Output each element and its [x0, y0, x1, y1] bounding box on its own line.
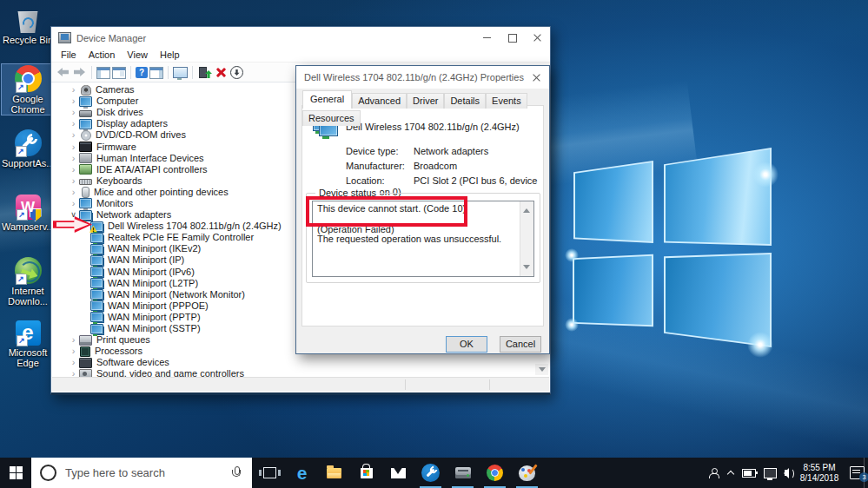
maximize-button[interactable] [500, 27, 525, 49]
computer-icon [79, 96, 92, 107]
tab-details[interactable]: Details [444, 93, 486, 109]
menu-view[interactable]: View [121, 49, 154, 62]
toolbar-divider [192, 66, 193, 79]
cancel-button[interactable]: Cancel [500, 336, 541, 353]
desktop-icon-idm[interactable]: Internet Downlo... [2, 256, 54, 307]
chevron-collapsed-icon[interactable]: › [68, 176, 79, 186]
chevron-collapsed-icon[interactable]: › [68, 199, 79, 208]
help-icon[interactable] [136, 67, 148, 78]
chevron-collapsed-icon[interactable]: › [68, 96, 79, 106]
volume-icon[interactable] [785, 470, 789, 476]
properties-icon[interactable] [112, 67, 126, 79]
processor-icon [80, 346, 90, 357]
show-desktop-button[interactable] [864, 458, 868, 488]
microphone-icon[interactable] [232, 466, 240, 479]
chevron-collapsed-icon[interactable]: › [68, 188, 79, 197]
windows-logo-pane [573, 161, 653, 243]
tree-item-label: Realtek PCIe FE Family Controller [108, 232, 254, 243]
taskbar: 8:55 PM 8/14/2018 3 [0, 458, 868, 488]
field-label: Device type: [346, 146, 414, 157]
minimize-button[interactable] [474, 27, 500, 49]
toolbar-divider [130, 66, 131, 79]
chevron-collapsed-icon[interactable]: › [68, 358, 79, 367]
desktop-icon-recycle-bin[interactable]: Recycle Bin [2, 5, 54, 45]
close-button[interactable] [525, 27, 550, 49]
chevron-collapsed-icon[interactable]: › [68, 154, 79, 163]
show-tree-icon[interactable] [96, 67, 110, 79]
taskbar-icon-task-view[interactable] [254, 458, 286, 488]
network-tray-icon[interactable] [764, 468, 777, 478]
chevron-collapsed-icon[interactable]: › [68, 369, 79, 377]
chevron-collapsed-icon[interactable]: › [68, 346, 79, 356]
idm-icon [15, 257, 42, 284]
taskbar-icon-paint[interactable] [511, 458, 543, 488]
ide-icon [79, 164, 92, 175]
scroll-down-button[interactable] [535, 364, 548, 375]
network-icon [90, 278, 103, 288]
camera-icon [81, 85, 91, 96]
device-manager-titlebar[interactable]: Device Manager [51, 27, 550, 49]
back-icon[interactable] [56, 65, 70, 79]
network-icon [90, 300, 103, 311]
dialog-titlebar[interactable]: Dell Wireless 1704 802.11b/g/n (2.4GHz) … [296, 66, 549, 89]
desktop-icon-supportassist[interactable]: SupportAs... [2, 129, 54, 168]
scan-icon[interactable] [173, 67, 188, 78]
taskbar-icon-file-explorer[interactable] [318, 458, 350, 488]
tab-events[interactable]: Events [486, 93, 527, 109]
chevron-collapsed-icon[interactable]: › [68, 108, 79, 117]
show-hidden-icons-chevron[interactable] [727, 470, 734, 477]
desktop-icon-google-chrome[interactable]: Google Chrome [2, 64, 54, 115]
tab-driver[interactable]: Driver [407, 93, 444, 109]
tab-general[interactable]: General [302, 90, 352, 109]
taskbar-search[interactable] [31, 458, 252, 488]
people-icon[interactable] [709, 468, 719, 478]
search-input[interactable] [63, 465, 232, 480]
menu-help[interactable]: Help [154, 49, 186, 62]
uninstall-device-icon[interactable] [214, 65, 229, 79]
menu-file[interactable]: File [55, 49, 83, 62]
taskbar-icon-supportassist[interactable] [414, 458, 447, 488]
field-value: Broadcom [414, 161, 457, 171]
tree-item-label: Cameras [96, 84, 135, 96]
taskbar-icon-mail[interactable] [382, 458, 414, 488]
tab-resources[interactable]: Resources [302, 110, 361, 126]
desktop-icon-label: Microsoft Edge [2, 347, 54, 368]
taskbar-icon-store[interactable] [350, 458, 382, 488]
forward-icon[interactable] [72, 65, 87, 79]
network-icon [90, 267, 103, 277]
desktop-icon-label: SupportAs... [2, 158, 54, 168]
dialog-close-button[interactable] [524, 66, 549, 89]
menu-action[interactable]: Action [83, 49, 122, 62]
chevron-collapsed-icon[interactable]: › [68, 130, 79, 140]
network-icon [90, 221, 103, 232]
ok-button[interactable]: OK [446, 336, 487, 353]
taskbar-icon-edge[interactable] [286, 458, 318, 488]
chevron-collapsed-icon[interactable]: › [68, 335, 79, 345]
tree-item-label: WAN Miniport (IPv6) [108, 267, 195, 278]
taskbar-icons [254, 458, 543, 488]
status-line: The requested operation was unsuccessful… [317, 234, 518, 244]
chevron-collapsed-icon[interactable]: › [68, 142, 79, 152]
action-pane-icon[interactable] [149, 67, 163, 79]
tree-item[interactable]: ›Sound, video and game controllers [52, 368, 549, 377]
action-center-icon[interactable]: 3 [850, 466, 865, 479]
device-field-row: Device type:Network adapters [346, 146, 538, 161]
update-driver-icon[interactable] [197, 65, 212, 79]
start-button[interactable] [0, 458, 31, 488]
windows-logo-pane [573, 254, 653, 328]
taskbar-icon-chrome[interactable] [479, 458, 511, 488]
field-label: Manufacturer: [346, 161, 414, 172]
taskbar-icon-system-console[interactable] [447, 458, 479, 488]
disable-device-icon[interactable] [230, 66, 243, 79]
battery-icon[interactable] [742, 469, 756, 478]
desktop-icon-edge[interactable]: Microsoft Edge [2, 319, 54, 368]
tab-advanced[interactable]: Advanced [352, 93, 407, 109]
status-scrollbar[interactable] [520, 201, 533, 276]
desktop-icon-wampserver[interactable]: Wampserv... [2, 193, 54, 232]
chevron-collapsed-icon[interactable]: › [68, 165, 79, 175]
chevron-collapsed-icon[interactable]: › [68, 119, 79, 129]
tray-clock[interactable]: 8:55 PM 8/14/2018 [797, 463, 842, 484]
tree-item[interactable]: ›Software devices [52, 357, 549, 368]
chevron-collapsed-icon[interactable]: › [68, 85, 79, 95]
wampserver-icon [16, 195, 41, 220]
